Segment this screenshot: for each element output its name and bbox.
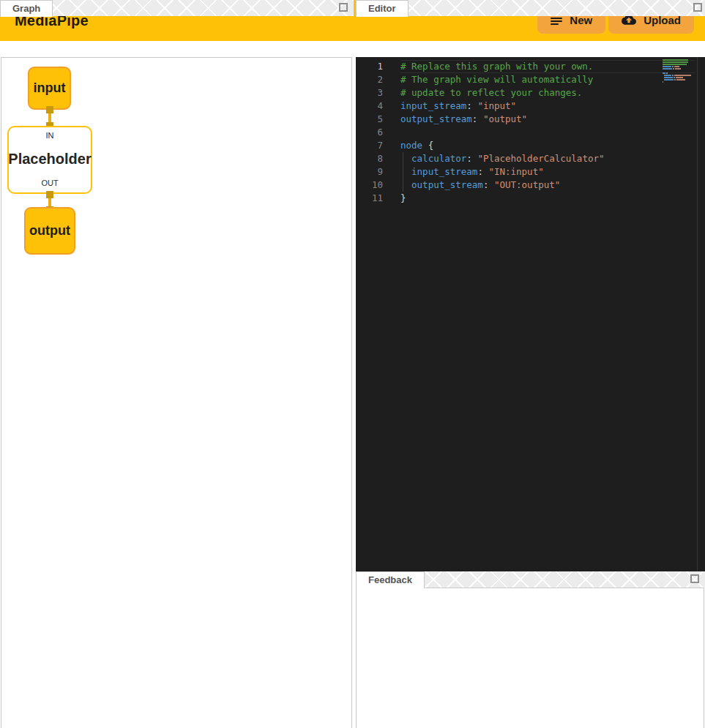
code-line[interactable]: # Replace this graph with your own. [400, 60, 695, 73]
line-number: 9 [356, 165, 383, 179]
code-line[interactable]: calculator: "PlaceholderCalculator" [400, 152, 695, 165]
line-number: 3 [356, 86, 383, 100]
graph-node-output[interactable]: output [24, 207, 75, 255]
code-lines[interactable]: # Replace this graph with your own.# The… [400, 60, 695, 205]
code-editor[interactable]: 1234567891011 # Replace this graph with … [356, 57, 705, 571]
feedback-tabstrip: Feedback [356, 571, 705, 588]
minimap-divider [697, 57, 698, 571]
tab-graph[interactable]: Graph [0, 0, 53, 17]
line-number: 10 [356, 179, 383, 192]
graph-node-placeholder[interactable]: IN Placeholder OUT [7, 126, 92, 194]
code-line[interactable]: } [400, 192, 695, 205]
list-icon [551, 15, 562, 25]
tab-editor-label: Editor [368, 3, 396, 14]
node-placeholder-label: Placeholder [8, 151, 91, 168]
graph-canvas[interactable]: input IN Placeholder OUT output [0, 57, 352, 728]
editor-maximize-icon[interactable] [693, 3, 702, 12]
tab-feedback[interactable]: Feedback [356, 571, 425, 588]
line-number: 1 [356, 60, 383, 73]
feedback-maximize-icon[interactable] [690, 574, 699, 583]
port-input-out [46, 106, 53, 113]
line-number: 11 [356, 192, 383, 205]
graph-node-input[interactable]: input [28, 67, 71, 110]
graph-maximize-icon[interactable] [339, 3, 348, 12]
code-line[interactable]: input_stream: "input" [400, 100, 695, 113]
code-line[interactable]: output_stream: "output" [400, 113, 695, 126]
line-number: 2 [356, 73, 383, 86]
graph-tabstrip: Graph [0, 0, 354, 16]
code-line[interactable]: output_stream: "OUT:output" [400, 179, 695, 192]
tab-graph-label: Graph [12, 3, 40, 14]
editor-minimap[interactable] [663, 59, 692, 83]
feedback-panel-content [356, 588, 704, 728]
port-placeholder-out [46, 191, 53, 198]
line-number: 5 [356, 113, 383, 126]
editor-tabstrip: Editor [356, 0, 705, 16]
tab-editor[interactable]: Editor [356, 0, 409, 17]
line-number: 8 [356, 152, 383, 165]
line-number: 6 [356, 126, 383, 139]
placeholder-in-label: IN [46, 131, 54, 140]
line-number: 7 [356, 139, 383, 152]
code-line[interactable] [400, 126, 695, 139]
code-line[interactable]: node { [400, 139, 695, 152]
code-line[interactable]: input_stream: "IN:input" [400, 165, 695, 179]
line-number-gutter: 1234567891011 [356, 60, 383, 205]
line-number: 4 [356, 100, 383, 113]
node-output-label: output [29, 223, 70, 239]
code-line[interactable]: # The graph view will automatically [400, 73, 695, 86]
placeholder-out-label: OUT [41, 179, 58, 187]
node-input-label: input [34, 80, 66, 96]
tab-feedback-label: Feedback [368, 574, 412, 585]
code-line[interactable]: # update to reflect your changes. [400, 86, 695, 100]
